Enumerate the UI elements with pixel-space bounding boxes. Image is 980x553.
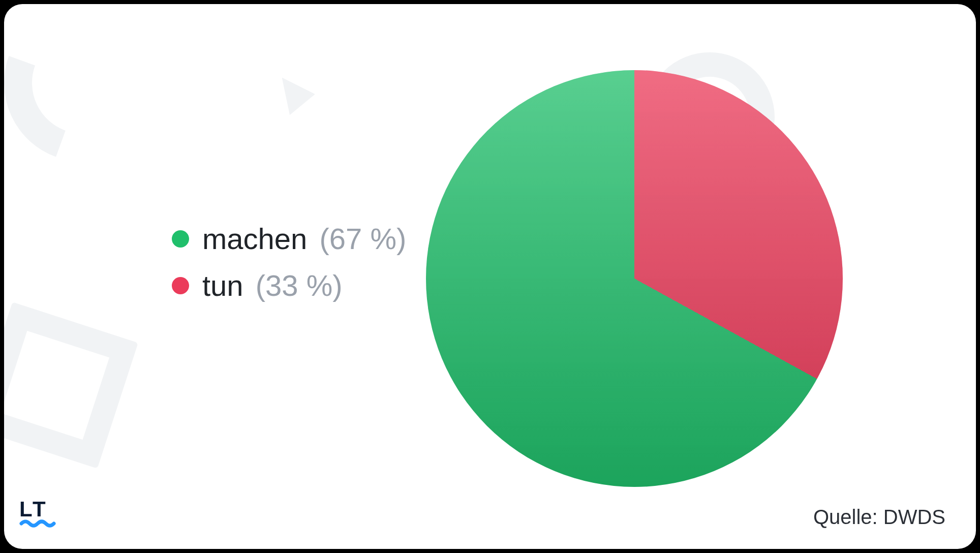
- legend-label: tun: [202, 269, 243, 302]
- pie-slices: [426, 70, 843, 487]
- languagetool-logo-icon: L T: [19, 496, 65, 532]
- pie-chart: [426, 70, 843, 487]
- legend-item-tun: tun (33 %): [172, 269, 406, 302]
- legend: machen (67 %) tun (33 %): [172, 223, 406, 302]
- svg-text:L: L: [19, 497, 32, 521]
- bg-question-arc-icon: [4, 4, 184, 184]
- bg-square-icon: [4, 302, 138, 469]
- svg-text:T: T: [33, 497, 46, 521]
- chart-card: machen (67 %) tun (33 %) Quelle: DWDS L …: [4, 4, 976, 549]
- legend-dot-icon: [172, 230, 189, 248]
- legend-dot-icon: [172, 277, 189, 294]
- legend-label: machen: [202, 222, 307, 255]
- source-caption: Quelle: DWDS: [813, 506, 945, 529]
- legend-percent: (67 %): [319, 222, 406, 255]
- legend-item-machen: machen (67 %): [172, 223, 406, 255]
- bg-question-tail-icon: [275, 77, 317, 118]
- legend-percent: (33 %): [256, 269, 343, 302]
